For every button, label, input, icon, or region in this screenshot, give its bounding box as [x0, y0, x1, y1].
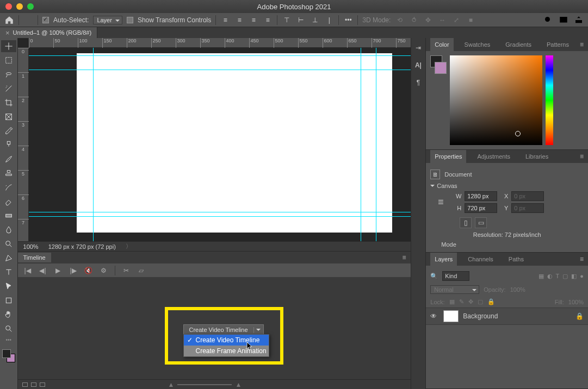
guide-horizontal[interactable]: [29, 216, 411, 217]
auto-select-target-dropdown[interactable]: Layer: [93, 16, 122, 24]
zoom-tool[interactable]: [1, 323, 16, 335]
tab-layers[interactable]: Layers: [430, 253, 457, 266]
height-input[interactable]: [465, 203, 497, 213]
hand-tool[interactable]: [1, 309, 16, 321]
search-icon[interactable]: 🔍: [430, 273, 438, 280]
search-icon[interactable]: [543, 15, 553, 25]
workspace-switcher-icon[interactable]: [559, 15, 568, 25]
lock-position-icon[interactable]: ✥: [468, 298, 473, 305]
canvas-viewport[interactable]: 0501001502002503003504004505005506006507…: [18, 38, 411, 241]
document-tab[interactable]: × Untitled–1 @ 100% (RGB/8#): [0, 27, 97, 38]
tab-patterns[interactable]: Patterns: [542, 38, 573, 51]
move-tool[interactable]: [1, 40, 16, 52]
timeline-tab[interactable]: Timeline: [18, 253, 51, 262]
color-field[interactable]: [450, 55, 542, 145]
close-tab-icon[interactable]: ×: [5, 29, 10, 37]
panel-menu-icon[interactable]: ≡: [580, 255, 584, 263]
home-icon[interactable]: [4, 15, 14, 25]
tab-channels[interactable]: Channels: [463, 253, 497, 266]
panel-menu-icon[interactable]: ≡: [580, 153, 584, 160]
tab-properties[interactable]: Properties: [430, 150, 466, 163]
tab-color[interactable]: Color: [430, 38, 453, 51]
layer-filter-input[interactable]: [442, 271, 469, 281]
pen-tool[interactable]: [1, 252, 16, 264]
stamp-tool[interactable]: [1, 167, 16, 179]
crop-tool[interactable]: [1, 97, 16, 109]
tab-libraries[interactable]: Libraries: [521, 150, 553, 163]
marquee-tool[interactable]: [1, 54, 16, 66]
status-chevron-icon[interactable]: 〉: [126, 242, 132, 250]
align-bottom-icon[interactable]: ⊥: [310, 15, 320, 25]
align-center-v-icon[interactable]: ⊢: [296, 15, 306, 25]
distribute-icon[interactable]: |: [324, 15, 334, 25]
menu-item-create-video-timeline[interactable]: ✓ Create Video Timeline: [184, 335, 269, 346]
tab-gradients[interactable]: Gradients: [501, 38, 536, 51]
zoom-level[interactable]: 100%: [23, 243, 39, 250]
orientation-landscape-icon[interactable]: ▭: [475, 217, 487, 228]
go-to-first-frame-icon[interactable]: |◀: [23, 266, 32, 275]
share-icon[interactable]: [574, 15, 584, 25]
healing-tool[interactable]: [1, 139, 16, 151]
create-timeline-dropdown-icon[interactable]: [253, 327, 263, 333]
paragraph-panel-icon[interactable]: ¶: [413, 77, 424, 88]
footer-icon[interactable]: [31, 382, 36, 387]
canvas-section-header[interactable]: Canvas: [430, 183, 584, 189]
eraser-tool[interactable]: [1, 196, 16, 208]
edit-toolbar-icon[interactable]: •••: [6, 337, 12, 343]
path-selection-tool[interactable]: [1, 280, 16, 292]
foreground-background-colors[interactable]: [1, 348, 16, 363]
filter-adjustment-icon[interactable]: ◐: [547, 273, 553, 280]
transition-icon[interactable]: ▱: [137, 266, 146, 275]
zoom-slider-max-icon[interactable]: ▲: [235, 381, 242, 388]
next-frame-icon[interactable]: |▶: [69, 266, 78, 275]
tab-paths[interactable]: Paths: [504, 253, 528, 266]
auto-select-checkbox[interactable]: [42, 17, 49, 23]
dodge-tool[interactable]: [1, 238, 16, 250]
layer-row[interactable]: 👁 Background 🔒: [426, 308, 588, 325]
blur-tool[interactable]: [1, 224, 16, 236]
move-tool-icon[interactable]: [23, 15, 33, 25]
link-wh-icon[interactable]: 𝌆: [438, 198, 444, 206]
footer-icon[interactable]: [22, 382, 28, 387]
filter-pixel-icon[interactable]: ▦: [539, 273, 544, 280]
create-timeline-button[interactable]: Create Video Timeline: [183, 324, 264, 335]
frame-tool[interactable]: [1, 111, 16, 123]
settings-gear-icon[interactable]: ⚙: [100, 266, 108, 275]
hue-slider[interactable]: [546, 55, 553, 145]
audio-mute-icon[interactable]: 🔇: [84, 266, 93, 275]
align-center-h-icon[interactable]: ≡: [234, 15, 244, 25]
tab-adjustments[interactable]: Adjustments: [473, 150, 515, 163]
panel-menu-icon[interactable]: ≡: [580, 41, 584, 48]
eyedropper-tool[interactable]: [1, 125, 16, 137]
shape-tool[interactable]: [1, 294, 16, 306]
character-panel-icon[interactable]: A|: [413, 60, 424, 71]
gradient-tool[interactable]: [1, 210, 16, 222]
canvas-artboard[interactable]: [77, 53, 392, 233]
show-transform-checkbox[interactable]: [127, 17, 133, 23]
play-icon[interactable]: ▶: [54, 266, 63, 275]
align-right-icon[interactable]: ≡: [249, 15, 258, 25]
lasso-tool[interactable]: [1, 68, 16, 80]
lock-pixels-icon[interactable]: ✎: [459, 298, 464, 305]
layer-thumbnail[interactable]: [443, 310, 459, 322]
align-top-icon[interactable]: ⊤: [282, 15, 292, 25]
guide-horizontal[interactable]: [29, 55, 411, 56]
filter-shape-icon[interactable]: ▢: [562, 273, 568, 280]
panel-menu-icon[interactable]: ≡: [398, 254, 411, 261]
split-clip-icon[interactable]: ✂: [122, 266, 131, 275]
previous-frame-icon[interactable]: ◀|: [39, 266, 47, 275]
history-brush-tool[interactable]: [1, 181, 16, 193]
filter-toggle-icon[interactable]: ●: [580, 273, 584, 280]
collapse-panel-icon[interactable]: ⇥: [413, 42, 424, 53]
guide-horizontal[interactable]: [29, 70, 411, 70]
zoom-slider-min-icon[interactable]: ▲: [168, 381, 175, 388]
lock-icon[interactable]: 🔒: [575, 312, 584, 320]
vertical-ruler[interactable]: 01234567: [18, 48, 29, 241]
filter-smart-icon[interactable]: ◧: [571, 273, 577, 280]
orientation-portrait-icon[interactable]: ▯: [460, 217, 472, 228]
lock-artboard-icon[interactable]: ▢: [478, 298, 483, 305]
lock-all-icon[interactable]: 🔒: [487, 298, 495, 305]
filter-type-icon[interactable]: T: [556, 273, 560, 280]
width-input[interactable]: [465, 191, 497, 201]
brush-tool[interactable]: [1, 153, 16, 165]
